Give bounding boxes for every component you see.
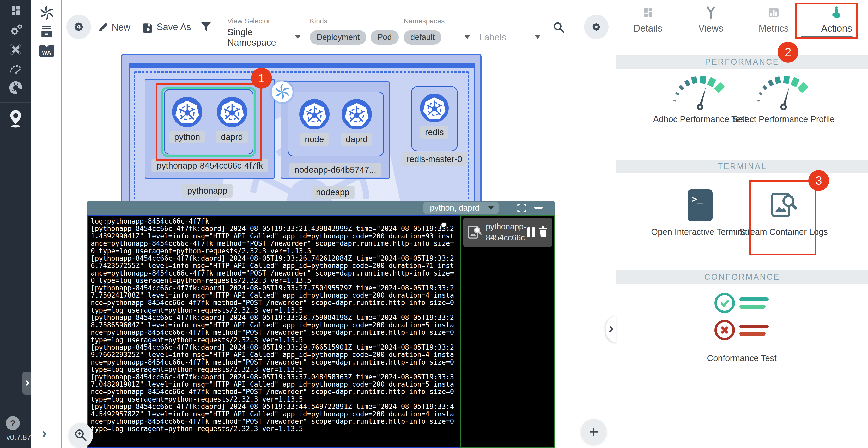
adhoc-performance-button[interactable] bbox=[672, 75, 729, 112]
bar-chart-icon bbox=[767, 6, 780, 19]
help-glyph: ? bbox=[10, 418, 16, 428]
conformance-test-button[interactable] bbox=[714, 293, 769, 340]
select-profile-label[interactable]: Select Performance Profile bbox=[729, 113, 838, 126]
caret-down-icon bbox=[465, 35, 470, 39]
kind-chip-pod[interactable]: Pod bbox=[371, 30, 398, 44]
sidebar-divider bbox=[0, 135, 31, 135]
fail-lines-icon bbox=[740, 325, 769, 336]
labels-dropdown[interactable]: Labels bbox=[479, 30, 540, 47]
labels-placeholder: Labels bbox=[479, 32, 506, 42]
dashboard-icon[interactable] bbox=[9, 4, 23, 19]
fullscreen-icon[interactable] bbox=[517, 203, 526, 214]
check-circle-icon bbox=[714, 293, 735, 313]
log-entry: [pythonapp-8454cc66c-4f7fk:daprd] 2024-0… bbox=[91, 225, 457, 255]
mesh-pie-icon[interactable] bbox=[8, 80, 23, 96]
tab-views[interactable]: Views bbox=[679, 0, 742, 42]
kubernetes-container-icon bbox=[420, 94, 449, 122]
select-profile-button[interactable] bbox=[755, 75, 812, 112]
plus-icon: + bbox=[589, 423, 598, 440]
stream-card-title: pythonapp- 8454cc66c bbox=[486, 221, 527, 243]
log-title: log:pythonapp-8454cc66c-4f7fk bbox=[91, 218, 457, 225]
deployment-label-pythonapp: pythonapp bbox=[182, 184, 232, 198]
new-button[interactable]: New bbox=[97, 22, 130, 33]
minimize-icon[interactable] bbox=[534, 207, 542, 209]
container-node[interactable]: node bbox=[299, 99, 330, 155]
container-select-dropdown[interactable]: python, daprd bbox=[423, 202, 499, 214]
log-search-icon[interactable] bbox=[439, 220, 451, 233]
badge-number: 2 bbox=[784, 45, 792, 59]
pod-name-label: nodeapp-d64b5747... bbox=[289, 163, 381, 177]
badge-number: 3 bbox=[815, 174, 822, 188]
pod-redis[interactable]: redis bbox=[411, 86, 458, 151]
dapr-pinwheel-icon[interactable] bbox=[40, 6, 54, 21]
namespaces-label: Namespaces bbox=[404, 17, 470, 30]
settings-button[interactable] bbox=[584, 14, 609, 39]
kinds-filter: Kinds Deployment Pod bbox=[310, 17, 397, 47]
chevron-right-icon bbox=[24, 380, 30, 386]
container-redis[interactable]: redis bbox=[420, 94, 449, 151]
plugin-rail: WA bbox=[31, 0, 62, 448]
app-root: ? v0.7.87 WA bbox=[0, 0, 868, 448]
log-entry: [pythonapp-8454cc66c-4f7fk:daprd] 2024-0… bbox=[91, 285, 457, 314]
namespaces-filter: Namespaces default bbox=[404, 17, 470, 47]
wa-notch bbox=[44, 43, 49, 47]
search-icon[interactable] bbox=[552, 21, 565, 35]
kinds-dropdown[interactable]: Deployment Pod bbox=[310, 30, 397, 47]
save-as-button[interactable]: Save As bbox=[142, 22, 191, 33]
add-button[interactable]: + bbox=[581, 419, 607, 445]
caret-down-icon bbox=[295, 35, 300, 39]
deployment-nodeapp[interactable]: node daprd nodeapp-d64b5747... bbox=[281, 81, 390, 179]
node-header-bar bbox=[130, 64, 474, 68]
tab-details[interactable]: Details bbox=[616, 0, 679, 42]
tab-label: Metrics bbox=[758, 23, 789, 34]
section-header-performance: PERFORMANCE bbox=[616, 55, 868, 69]
namespaces-dropdown[interactable]: default bbox=[404, 30, 470, 47]
inbox-archive-icon[interactable] bbox=[40, 25, 54, 40]
canvas-menu-button[interactable] bbox=[66, 14, 91, 39]
stream-title-line2: 8454cc66c bbox=[486, 233, 525, 242]
conformance-pass-row bbox=[714, 293, 769, 313]
panel-collapse-button[interactable] bbox=[606, 316, 616, 342]
gears-icon[interactable] bbox=[8, 23, 23, 37]
save-as-label: Save As bbox=[157, 22, 191, 33]
filter-funnel-icon[interactable] bbox=[200, 21, 212, 34]
view-selector-value: Single Namespace bbox=[227, 27, 291, 48]
stream-card[interactable]: pythonapp- 8454cc66c bbox=[463, 218, 552, 247]
open-terminal-button[interactable]: >_ bbox=[688, 189, 713, 221]
view-selector-dropdown[interactable]: Single Namespace bbox=[227, 30, 300, 47]
container-daprd[interactable]: daprd bbox=[341, 99, 372, 155]
view-selector: View Selector Single Namespace bbox=[227, 17, 300, 47]
conformance-fail-row bbox=[714, 320, 769, 340]
trash-icon[interactable] bbox=[538, 226, 548, 239]
webassembly-icon[interactable]: WA bbox=[39, 45, 54, 57]
kind-chip-deployment[interactable]: Deployment bbox=[310, 30, 366, 44]
labels-spacer bbox=[479, 17, 540, 30]
namespace-chip-default[interactable]: default bbox=[404, 30, 441, 44]
zoom-in-button[interactable] bbox=[69, 423, 93, 447]
location-pin-icon[interactable] bbox=[8, 109, 23, 129]
terminal-prompt-icon: >_ bbox=[692, 193, 703, 204]
log-output: log:pythonapp-8454cc66c-4f7fk [pythonapp… bbox=[87, 215, 461, 448]
annotation-box-3 bbox=[749, 180, 816, 255]
x-circle-icon bbox=[714, 320, 735, 340]
sidebar-divider bbox=[0, 102, 31, 103]
tools-icon[interactable] bbox=[9, 43, 23, 57]
conformance-test-label[interactable]: Conformance Test bbox=[687, 352, 797, 365]
right-panel: Details Views Metrics bbox=[616, 0, 868, 448]
views-fork-icon bbox=[704, 6, 718, 19]
badge-number: 1 bbox=[258, 71, 265, 85]
pause-icon[interactable] bbox=[527, 227, 535, 237]
sidebar-expand-button[interactable] bbox=[23, 371, 31, 394]
terminal-header[interactable]: python, daprd bbox=[87, 201, 555, 215]
gauge-icon bbox=[672, 75, 729, 110]
container-select-value: python, daprd bbox=[430, 203, 479, 213]
new-label: New bbox=[112, 22, 130, 33]
pod-nodeapp[interactable]: node daprd bbox=[288, 92, 384, 156]
annotation-box-1 bbox=[156, 83, 262, 161]
deployment-pythonapp[interactable]: python daprd pythonapp-8454cc66c-4f7fk bbox=[145, 79, 275, 179]
pencil-icon bbox=[97, 22, 108, 33]
help-button[interactable]: ? bbox=[6, 416, 20, 430]
settings-gear-icon bbox=[590, 20, 603, 34]
rail-expand-button[interactable] bbox=[41, 432, 46, 438]
gauge-icon[interactable] bbox=[8, 63, 23, 75]
